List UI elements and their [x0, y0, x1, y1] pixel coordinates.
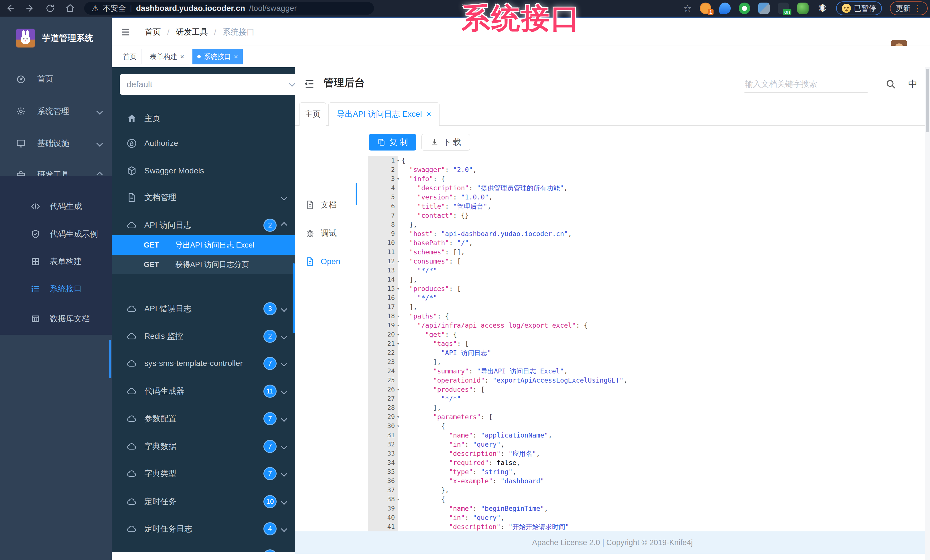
fold-caret-icon[interactable]: ▾ — [397, 284, 399, 293]
breadcrumb-item[interactable]: 首页 — [145, 27, 161, 37]
code-line: "parameters": [ — [402, 412, 922, 422]
language-toggle[interactable]: 中 — [908, 78, 918, 91]
extension-icon[interactable] — [797, 3, 808, 14]
sidebar-subitem-3[interactable]: 表单构建 — [0, 248, 112, 275]
reload-icon[interactable] — [40, 0, 60, 17]
fold-caret-icon[interactable]: ▾ — [397, 412, 399, 422]
address-bar[interactable]: ⚠ 不安全 | dashboard.yudao.iocoder.cn/tool/… — [84, 2, 374, 15]
swagger-nav-主页[interactable]: 主页 — [112, 105, 295, 132]
doc-search-field[interactable] — [744, 75, 868, 93]
collapse-sidebar-icon[interactable] — [303, 78, 316, 90]
sidebar-item-3[interactable]: 基础设施 — [0, 130, 112, 157]
api-group-label: 岗位 — [144, 551, 160, 552]
view-tag[interactable]: 系统接口× — [192, 49, 243, 64]
fold-caret-icon[interactable]: ▾ — [397, 385, 399, 394]
api-group-label: Redis 监控 — [144, 331, 183, 342]
line-number: 32 — [368, 440, 398, 449]
fold-caret-icon[interactable]: ▾ — [397, 339, 399, 348]
panel-tab-文档[interactable]: 文档 — [305, 195, 357, 215]
fold-caret-icon[interactable]: ▾ — [397, 495, 399, 504]
line-number: 21▾ — [368, 339, 398, 348]
back-icon[interactable] — [0, 0, 20, 17]
panel-tab-调试[interactable]: 调试 — [305, 223, 357, 244]
line-number: 40 — [368, 513, 398, 522]
api-group[interactable]: API 错误日志3 — [112, 295, 295, 322]
extension-icon[interactable] — [758, 3, 770, 14]
fold-caret-icon[interactable]: ▾ — [397, 156, 399, 165]
chevron-down-icon — [289, 80, 295, 87]
sidebar-item-label: 首页 — [37, 74, 53, 84]
api-group[interactable]: 字典类型7 — [112, 460, 295, 487]
extension-icon[interactable] — [739, 3, 750, 14]
profile-avatar-icon — [842, 4, 851, 13]
extension-badge: on — [783, 9, 791, 15]
api-group[interactable]: 定时任务10 — [112, 488, 295, 516]
bookmark-star-icon[interactable]: ☆ — [683, 3, 692, 14]
swagger-sidebar-scrollbar[interactable] — [293, 263, 295, 333]
api-group[interactable]: 定时任务日志4 — [112, 515, 295, 543]
panel-tab-label: 文档 — [321, 199, 337, 210]
swagger-nav-Swagger Models[interactable]: Swagger Models — [112, 157, 295, 184]
doc-tab-active[interactable]: 导出API 访问日志 Excel× — [328, 103, 439, 126]
extension-icon[interactable]: ✺ — [817, 3, 828, 14]
browser-update-button[interactable]: 更新 ⋮ — [890, 2, 928, 15]
close-icon[interactable]: × — [427, 110, 431, 119]
extension-icon[interactable]: 1 — [700, 3, 711, 14]
api-group[interactable]: sys-sms-template-controller7 — [112, 350, 295, 377]
sidebar-subitem-2[interactable]: 代码生成示例 — [0, 220, 112, 248]
editor-gutter[interactable]: 1▾23▾456789101112▾131415▾161718▾19▾20▾21… — [368, 156, 398, 531]
api-endpoint[interactable]: GET获得API 访问日志分页 — [112, 255, 295, 274]
copy-label: 复 制 — [390, 137, 408, 148]
api-group[interactable]: 字典数据7 — [112, 433, 295, 460]
swagger-nav-Authorize[interactable]: Authorize — [112, 130, 295, 157]
sidebar-item-1[interactable]: 首页 — [0, 65, 112, 93]
code-line: "swagger": "2.0", — [402, 165, 922, 174]
page-scrollbar-thumb[interactable] — [926, 69, 929, 132]
sidebar-subitem-1[interactable]: 代码生成 — [0, 193, 112, 220]
bug-icon — [305, 229, 315, 238]
api-group[interactable]: 参数配置7 — [112, 405, 295, 433]
breadcrumb-item[interactable]: 研发工具 — [176, 27, 208, 37]
code-line: "x-example": "dashboard" — [402, 476, 922, 486]
fold-caret-icon[interactable]: ▾ — [397, 330, 399, 339]
close-icon[interactable]: × — [180, 53, 184, 61]
extension-icon[interactable] — [719, 3, 731, 14]
swagger-nav-文档管理[interactable]: 文档管理 — [112, 184, 295, 211]
doc-search-input[interactable] — [744, 75, 869, 93]
code-editor[interactable]: { "swagger": "2.0", "info": { "descripti… — [402, 156, 922, 531]
page-scrollbar-track[interactable] — [925, 67, 930, 560]
kebab-menu-icon[interactable]: ⋮ — [913, 3, 922, 14]
fold-caret-icon[interactable]: ▾ — [397, 257, 399, 266]
doc-tab[interactable]: 主页 — [299, 103, 326, 126]
home-icon[interactable] — [60, 0, 80, 17]
api-group-select[interactable]: default — [120, 74, 295, 95]
panel-tab-Open[interactable]: Open — [305, 251, 357, 272]
chevron-down-icon — [281, 305, 288, 312]
sidebar-scrollbar[interactable] — [109, 340, 111, 378]
profile-paused-button[interactable]: 已暂停 — [836, 2, 882, 15]
api-group[interactable]: API 访问日志2 — [112, 212, 295, 239]
close-icon[interactable]: × — [234, 53, 238, 61]
sidebar-item-2[interactable]: 系统管理 — [0, 98, 112, 125]
hamburger-icon[interactable] — [120, 27, 131, 37]
fold-caret-icon[interactable]: ▾ — [397, 422, 399, 431]
view-tag[interactable]: 表单构建× — [145, 49, 189, 64]
fold-caret-icon[interactable]: ▾ — [397, 311, 399, 321]
download-button[interactable]: 下 载 — [422, 134, 470, 150]
api-group[interactable]: 岗位 — [112, 542, 295, 552]
api-endpoint-active[interactable]: GET导出API 访问日志 Excel — [112, 235, 295, 255]
forward-icon[interactable] — [20, 0, 40, 17]
app-logo-row[interactable]: 芋道管理系统 — [0, 22, 112, 54]
code-line: "consumes": [ — [402, 257, 922, 266]
sidebar-subitem-5[interactable]: 数据库文档 — [0, 305, 112, 333]
search-icon[interactable] — [885, 79, 896, 90]
extension-icon[interactable]: on — [778, 3, 789, 14]
api-group[interactable]: Redis 监控2 — [112, 322, 295, 350]
api-group[interactable]: 代码生成器11 — [112, 377, 295, 405]
copy-button[interactable]: 复 制 — [369, 134, 416, 150]
fold-caret-icon[interactable]: ▾ — [397, 321, 399, 330]
fold-caret-icon[interactable]: ▾ — [397, 174, 399, 183]
sidebar-subitem-4[interactable]: 系统接口 — [0, 275, 112, 302]
code-line: "get": { — [402, 330, 922, 339]
view-tag[interactable]: 首页 — [118, 49, 142, 64]
